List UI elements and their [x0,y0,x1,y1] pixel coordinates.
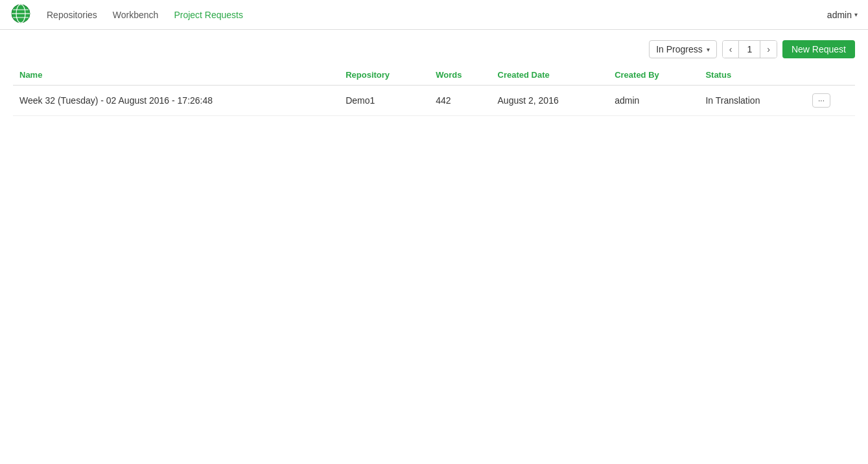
col-created-date: Created Date [491,65,609,86]
nav-project-requests[interactable]: Project Requests [174,10,243,20]
cell-name: Week 32 (Tuesday) - 02 August 2016 - 17:… [13,86,339,116]
col-name: Name [13,65,339,86]
row-actions-button[interactable]: ··· [812,93,830,108]
cell-created-date: August 2, 2016 [491,86,609,116]
user-menu[interactable]: admin ▾ [827,10,858,20]
col-repository: Repository [339,65,429,86]
filter-caret-icon: ▾ [707,46,710,53]
status-filter-dropdown[interactable]: In Progress ▾ [649,40,717,58]
username-label: admin [827,10,852,20]
table-header-row: Name Repository Words Created Date Creat… [13,65,855,86]
logo [10,3,31,26]
user-caret-icon: ▾ [854,11,858,18]
prev-page-button[interactable]: ‹ [723,41,740,58]
project-requests-table: Name Repository Words Created Date Creat… [13,65,855,116]
next-page-button[interactable]: › [760,41,777,58]
cell-words: 442 [429,86,491,116]
col-created-by: Created By [608,65,699,86]
nav-workbench[interactable]: Workbench [113,10,159,20]
cell-status: In Translation [699,86,806,116]
page-number-display: 1 [739,41,760,58]
col-words: Words [429,65,491,86]
filter-label: In Progress [656,44,703,54]
navbar: Repositories Workbench Project Requests … [0,0,868,30]
nav-repositories[interactable]: Repositories [47,10,97,20]
new-request-button[interactable]: New Request [782,40,855,58]
col-actions [806,65,855,86]
pagination-control: ‹ 1 › [722,40,777,58]
col-status: Status [699,65,806,86]
project-requests-table-container: Name Repository Words Created Date Creat… [0,65,868,116]
cell-actions: ··· [806,86,855,116]
table-row: Week 32 (Tuesday) - 02 August 2016 - 17:… [13,86,855,116]
toolbar: In Progress ▾ ‹ 1 › New Request [0,30,868,65]
cell-created-by: admin [608,86,699,116]
cell-repository: Demo1 [339,86,429,116]
